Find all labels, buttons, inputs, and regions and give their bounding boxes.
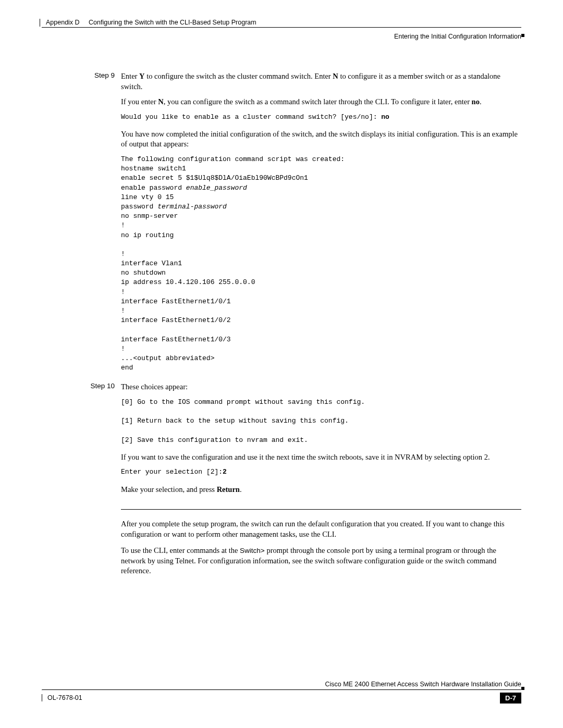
step-9-para-2: If you enter N, you can configure the sw…	[121, 97, 521, 107]
step-9: Step 9 Enter Y to configure the switch a…	[42, 71, 521, 380]
section-divider	[121, 509, 521, 510]
after-para-1: After you complete the setup program, th…	[121, 519, 521, 539]
page-number-badge: D-7	[500, 693, 521, 704]
step-10-label: Step 10	[42, 382, 121, 500]
step-9-para-3: You have now completed the initial confi…	[121, 129, 521, 150]
step-10-para-2: If you want to save the configuration an…	[121, 452, 521, 463]
step-10: Step 10 These choices appear: [0] Go to …	[42, 382, 521, 500]
step-10-para-3: Make your selection, and press Return.	[121, 485, 521, 495]
chapter-title: Configuring the Switch with the CLI-Base…	[89, 19, 256, 26]
step-10-code-1: [0] Go to the IOS command prompt without…	[121, 398, 521, 445]
switch-prompt: Switch>	[240, 547, 265, 554]
appendix-label: Appendix D	[46, 19, 80, 26]
after-para-2: To use the CLI, enter commands at the Sw…	[121, 546, 521, 576]
step-9-code-2: The following configuration command scri…	[121, 155, 521, 373]
section-title: Entering the Initial Configuration Infor…	[42, 28, 521, 40]
step-10-para-1: These choices appear:	[121, 382, 521, 392]
step-9-para-1: Enter Y to configure the switch as the c…	[121, 71, 521, 92]
step-10-code-2: Enter your selection [2]:2	[121, 467, 521, 477]
page-footer: Cisco ME 2400 Ethernet Access Switch Har…	[42, 681, 521, 704]
header-left: Appendix D Configuring the Switch with t…	[42, 19, 256, 26]
step-9-label: Step 9	[42, 71, 121, 380]
page-header: Appendix D Configuring the Switch with t…	[42, 19, 521, 28]
footer-guide-title: Cisco ME 2400 Ethernet Access Switch Har…	[42, 681, 521, 689]
step-9-code-1: Would you like to enable as a cluster co…	[121, 113, 521, 122]
footer-ol: OL-7678-01	[47, 694, 82, 701]
